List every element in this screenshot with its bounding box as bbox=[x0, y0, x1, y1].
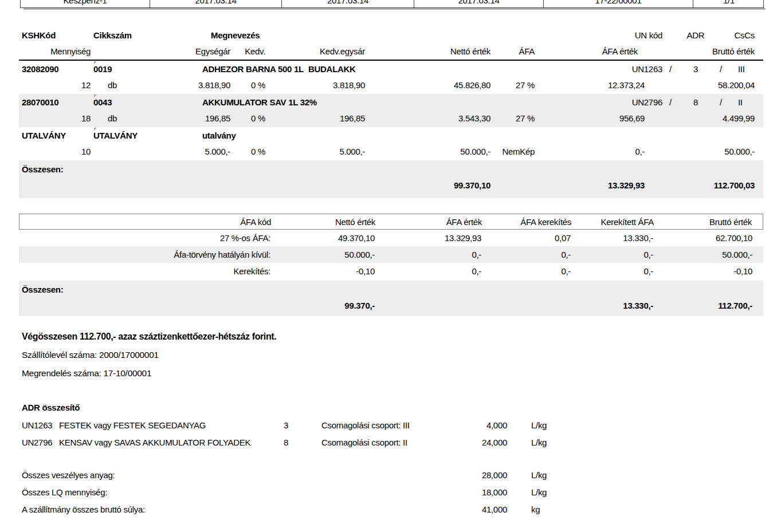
adr-total-qty: 41,000 bbox=[420, 501, 509, 518]
item-unit-price: 5.000,- bbox=[191, 144, 234, 160]
item-kshkod: UTALVÁNY bbox=[19, 128, 93, 144]
item-un-code: UN1263 bbox=[599, 61, 662, 77]
vat-row-label: 27 %-os ÁFA: bbox=[19, 230, 277, 246]
adr-totals: Összes veszélyes anyag: 28,000 L/kg Össz… bbox=[19, 467, 763, 518]
item-name: utalvány bbox=[191, 128, 305, 144]
invoice-date-cell: 2017.03.14 bbox=[150, 0, 282, 7]
adr-class: 8 bbox=[265, 434, 294, 451]
item-un-slash: / bbox=[662, 94, 678, 111]
vat-total-net: 99.370,- bbox=[277, 298, 380, 314]
item-cikkszam: UTALVÁNY bbox=[93, 128, 191, 144]
vat-total-rounded: 13.330,- bbox=[578, 298, 658, 314]
adr-total-qty: 28,000 bbox=[420, 467, 509, 484]
vat-col-netto: Nettó érték bbox=[277, 214, 380, 230]
fulfillment-date-cell: 2017.03.14 bbox=[282, 0, 414, 7]
vat-row-vat: 0,- bbox=[380, 246, 486, 263]
item-vat-rate: NemKép bbox=[494, 144, 540, 160]
vat-row-label: Kerekítés: bbox=[19, 263, 277, 279]
items-total-vat: 13.329,93 bbox=[540, 178, 646, 194]
item-disc-price: 3.818,90 bbox=[271, 77, 368, 93]
vat-row-vat: 0,- bbox=[380, 263, 486, 279]
item-net: 45.826,80 bbox=[368, 77, 494, 93]
adr-total-label: Összes veszélyes anyag: bbox=[19, 467, 420, 484]
comment-marker-icon bbox=[94, 94, 97, 97]
item-adr-class: 8 bbox=[678, 94, 713, 111]
comment-marker-icon bbox=[94, 128, 97, 131]
grand-total-text: Végösszesen 112.700,- azaz száztizenkett… bbox=[22, 328, 761, 346]
adr-un-code: UN2796 bbox=[19, 434, 59, 451]
comment-marker-icon bbox=[94, 61, 97, 64]
vat-row-net: 49.370,10 bbox=[277, 230, 380, 246]
vat-row-net: -0,10 bbox=[277, 263, 380, 279]
col-header-egysegar: Egységár bbox=[191, 44, 234, 60]
col-header-kedv: Kedv. bbox=[234, 44, 271, 60]
item-un-slash: / bbox=[662, 61, 678, 77]
vat-col-afakod: ÁFA kód bbox=[19, 214, 277, 230]
vat-total-gross: 112.700,- bbox=[658, 298, 763, 314]
item-disc-price: 196,85 bbox=[271, 111, 368, 127]
adr-total-unit: kg bbox=[509, 501, 555, 518]
col-header-mennyiseg: Mennyiség bbox=[19, 44, 93, 60]
items-total-gross: 112.700,03 bbox=[646, 178, 763, 194]
adr-section-title: ADR összesítő bbox=[19, 399, 763, 417]
item-cscs-slash: / bbox=[713, 61, 729, 77]
invoice-document: Készpénz-1 2017.03.14 2017.03.14 2017.03… bbox=[0, 0, 781, 532]
vat-row-rounded: 0,- bbox=[578, 263, 658, 279]
item-vat-rate: 27 % bbox=[494, 111, 540, 127]
invoice-meta-strip: Készpénz-1 2017.03.14 2017.03.14 2017.03… bbox=[20, 0, 764, 8]
adr-total-row-gross-weight: A szállítmány összes bruttó súlya: 41,00… bbox=[19, 501, 763, 518]
vat-row-rounding: 0,07 bbox=[486, 230, 578, 246]
col-header-afa: ÁFA bbox=[494, 44, 540, 60]
summary-section: Végösszesen 112.700,- azaz száztizenkett… bbox=[22, 328, 761, 383]
vat-col-brutto: Bruttó érték bbox=[658, 214, 763, 230]
vat-col-kerekites: ÁFA kerekítés bbox=[486, 214, 578, 230]
items-table-header: KSHKód Cikkszám Megnevezés UN kód ADR Cs… bbox=[19, 27, 763, 61]
adr-total-label: A szállítmány összes bruttó súlya: bbox=[19, 501, 420, 518]
adr-packing-group: Csomagolási csoport: II bbox=[294, 434, 420, 451]
item-vat-rate: 27 % bbox=[494, 77, 540, 93]
item-disc-price: 5.000,- bbox=[271, 144, 368, 160]
table-row-vat-3: Kerekítés: -0,10 0,- 0,- 0,- -0,10 bbox=[19, 263, 763, 279]
item-name: ADHEZOR BARNA 500 1L bbox=[191, 61, 305, 77]
vat-row-rounded: 13.330,- bbox=[578, 230, 658, 246]
item-cikkszam: 0019 bbox=[93, 61, 191, 77]
items-total-row: Összesen: 99.370,10 13.329,93 112.700,03 bbox=[19, 160, 763, 198]
adr-class: 3 bbox=[265, 417, 294, 434]
due-date-cell: 2017.03.14 bbox=[414, 0, 544, 7]
table-row-vat-1: 27 %-os ÁFA: 49.370,10 13.329,93 0,07 13… bbox=[19, 230, 763, 246]
item-unit-price: 3.818,90 bbox=[191, 77, 234, 93]
adr-unit: L/kg bbox=[509, 417, 555, 434]
payment-method-cell: Készpénz-1 bbox=[21, 0, 150, 7]
item-adr-class: 3 bbox=[678, 61, 713, 77]
items-total-net: 99.370,10 bbox=[368, 178, 494, 194]
vat-row-rounding: 0,- bbox=[486, 263, 578, 279]
adr-total-label: Összes LQ mennyiség: bbox=[19, 484, 420, 501]
vat-row-gross: 62.700,10 bbox=[658, 230, 763, 246]
vat-row-vat: 13.329,93 bbox=[380, 230, 486, 246]
item-discount: 0 % bbox=[234, 144, 271, 160]
col-header-megnevezes: Megnevezés bbox=[191, 27, 305, 44]
adr-material-name: FESTEK vagy FESTEK SEGEDANYAG bbox=[59, 417, 265, 434]
delivery-note-number: Szállítólevél száma: 2000/17000001 bbox=[22, 346, 761, 364]
strip-shadow bbox=[23, 8, 766, 10]
item-vat-amount: 12.373,24 bbox=[540, 77, 646, 93]
vat-row-net: 50.000,- bbox=[277, 246, 380, 263]
table-row-adr-2: UN2796 KENSAV vagy SAVAS AKKUMULATOR FOL… bbox=[19, 434, 763, 451]
item-cscs-slash: / bbox=[713, 94, 729, 111]
vat-row-gross: 50.000,- bbox=[658, 246, 763, 263]
vat-col-afaertek: ÁFA érték bbox=[380, 214, 486, 230]
vat-row-rounding: 0,- bbox=[486, 246, 578, 263]
order-number: Megrendelés száma: 17-10/00001 bbox=[22, 364, 761, 383]
adr-un-code: UN1263 bbox=[19, 417, 59, 434]
table-row-adr-1: UN1263 FESTEK vagy FESTEK SEGEDANYAG 3 C… bbox=[19, 417, 763, 434]
adr-total-row-dangerous: Összes veszélyes anyag: 28,000 L/kg bbox=[19, 467, 763, 484]
adr-quantity: 4,000 bbox=[420, 417, 509, 434]
item-kshkod: 28070010 bbox=[19, 94, 93, 111]
adr-total-unit: L/kg bbox=[509, 467, 555, 484]
vat-col-kerekitett: Kerekített ÁFA bbox=[578, 214, 658, 230]
vat-row-label: Áfa-törvény hatályán kívül: bbox=[19, 246, 277, 263]
adr-summary-section: ADR összesítő UN1263 FESTEK vagy FESTEK … bbox=[19, 399, 763, 518]
adr-total-row-lq: Összes LQ mennyiség: 18,000 L/kg bbox=[19, 484, 763, 501]
adr-quantity: 24,000 bbox=[420, 434, 509, 451]
col-header-cscs: CsCs bbox=[729, 27, 763, 44]
